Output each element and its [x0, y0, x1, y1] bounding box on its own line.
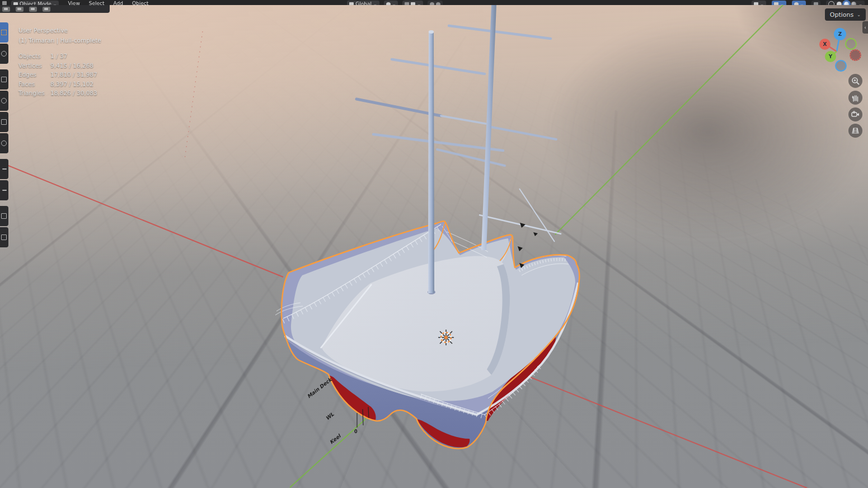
camera-view-button[interactable] [848, 107, 862, 121]
toolbar-left [0, 22, 8, 247]
gizmo-axis-x[interactable]: X [819, 39, 831, 50]
label-station-zero: 0 [354, 429, 358, 434]
magnet-icon [405, 2, 409, 6]
spreader-2 [392, 59, 485, 74]
proportional-falloff-icon [436, 2, 440, 6]
tool-setting-icon[interactable] [43, 7, 50, 12]
gizmo-axis-y[interactable]: Y [825, 51, 836, 62]
pan-view-button[interactable] [848, 91, 862, 105]
stat-label: Faces [18, 81, 50, 87]
tool-select-box[interactable] [0, 22, 8, 43]
active-tool-dropdown[interactable]: ⌄ [752, 1, 766, 5]
y-axis-line [555, 4, 784, 234]
transform-orientation-dropdown[interactable]: Global ⌄ [347, 1, 379, 5]
tool-cursor[interactable] [0, 44, 8, 64]
show-overlays-toggle[interactable]: ⌄ [792, 1, 806, 5]
tool-measure[interactable] [0, 180, 8, 200]
shading-rendered-icon[interactable] [851, 2, 856, 6]
gizmo-axis-z-neg[interactable] [835, 60, 847, 72]
show-gizmo-toggle[interactable]: ⌄ [772, 1, 786, 5]
scene-canvas[interactable]: Main Deck WL Keel 0 [0, 0, 868, 488]
tool-settings-row [0, 5, 110, 13]
chevron-down-icon: ⌄ [53, 1, 57, 6]
zoom-view-button[interactable] [848, 74, 862, 88]
chevron-down-icon: ⌄ [857, 12, 861, 17]
menu-view[interactable]: View [68, 1, 79, 5]
select-tool-icon [754, 2, 758, 6]
shading-solid-icon[interactable] [837, 2, 842, 6]
blender-window: Main Deck WL Keel 0 User Perspective (1)… [0, 0, 868, 488]
tool-rotate[interactable] [0, 91, 8, 111]
tool-scale[interactable] [0, 112, 8, 132]
stat-label: Triangles [18, 90, 50, 96]
rigging-line-2 [479, 215, 561, 234]
shading-material-icon[interactable] [844, 2, 849, 6]
chevron-down-icon: ⌄ [760, 1, 764, 6]
tool-setting-icon[interactable] [2, 7, 10, 12]
label-waterline: WL [325, 411, 335, 421]
ortho-toggle-button[interactable] [848, 124, 862, 138]
stat-row: Edges17,810 / 31,987 [18, 71, 101, 78]
orientation-icon [349, 2, 354, 6]
chevron-down-icon: ⌄ [780, 1, 784, 6]
tool-setting-icon[interactable] [16, 7, 24, 12]
shading-mode-group[interactable]: ⌄ [826, 1, 865, 5]
mast-front[interactable] [428, 32, 434, 293]
gizmo-axis-x-neg[interactable] [850, 49, 861, 61]
x-axis-line [0, 162, 283, 277]
overlays-icon [794, 2, 799, 6]
chevron-down-icon: ⌄ [858, 1, 862, 6]
mode-label: Object Mode [20, 1, 51, 6]
menu-object[interactable]: Object [132, 1, 148, 5]
tool-add-cube[interactable] [0, 206, 8, 226]
chevron-down-icon: ⌄ [373, 1, 377, 6]
navigation-gizmo[interactable]: Z X Y [815, 26, 865, 73]
gizmo-axis-z[interactable]: Z [834, 28, 846, 40]
mode-dropdown[interactable]: Object Mode ⌄ [11, 1, 59, 5]
editor-type-icon[interactable] [2, 1, 7, 5]
pivot-icon [386, 2, 391, 6]
options-button[interactable]: Options ⌄ [825, 8, 866, 21]
tool-move[interactable] [0, 69, 8, 90]
view-perspective-label: User Perspective [18, 27, 101, 34]
stat-row: Triangles18,826 / 30,083 [18, 90, 101, 96]
mast-front-cap [429, 30, 434, 34]
viewport-header: Object Mode ⌄ View Select Add Object Glo… [0, 0, 868, 5]
proportional-edit-icon [430, 2, 434, 6]
object-mode-icon [13, 2, 18, 6]
chevron-down-icon: ⌄ [800, 1, 804, 6]
proportional-edit-dropdown[interactable] [428, 1, 443, 5]
gizmo-axis-y-neg[interactable] [845, 38, 857, 50]
collapse-arrow-icon: ‹ [864, 25, 866, 30]
chevron-down-icon: ⌄ [417, 1, 421, 6]
options-label: Options [830, 11, 853, 18]
sidebar-collapse-tab[interactable]: ‹ [862, 21, 868, 34]
spreader-1 [449, 26, 551, 39]
stat-label: Objects [18, 53, 50, 59]
snap-dropdown[interactable]: ⌄ [402, 1, 423, 5]
menu-add[interactable]: Add [114, 1, 123, 5]
active-object-label: (1) Trimaran | Hull-complete [18, 37, 101, 44]
tool-add-cube-alt[interactable] [0, 227, 8, 247]
cursor-center-dot [444, 336, 448, 339]
stat-label: Edges [18, 71, 50, 78]
trimaran-model[interactable] [275, 221, 579, 448]
stat-row: Faces8,397 / 15,102 [18, 81, 101, 87]
spreader-7 [437, 149, 505, 166]
stat-row: Objects1 / 37 [18, 53, 101, 59]
origin-empty[interactable] [438, 330, 454, 345]
y-axis-line-near [290, 414, 372, 487]
stat-row: Vertices9,415 / 16,268 [18, 62, 101, 69]
x-axis-line-far [526, 376, 807, 488]
tool-annotate[interactable] [0, 159, 8, 179]
tool-transform[interactable] [0, 133, 8, 153]
xray-toggle[interactable] [811, 1, 820, 5]
shading-wireframe-icon[interactable] [828, 1, 834, 6]
pivot-point-dropdown[interactable]: ⌄ [384, 1, 398, 5]
gizmo-icon [774, 2, 778, 6]
stat-value: 17,810 / 31,987 [50, 71, 97, 78]
menu-select[interactable]: Select [89, 1, 105, 5]
label-main-deck: Main Deck [306, 376, 334, 399]
stat-value: 1 / 37 [50, 53, 67, 59]
tool-setting-icon[interactable] [29, 7, 37, 12]
